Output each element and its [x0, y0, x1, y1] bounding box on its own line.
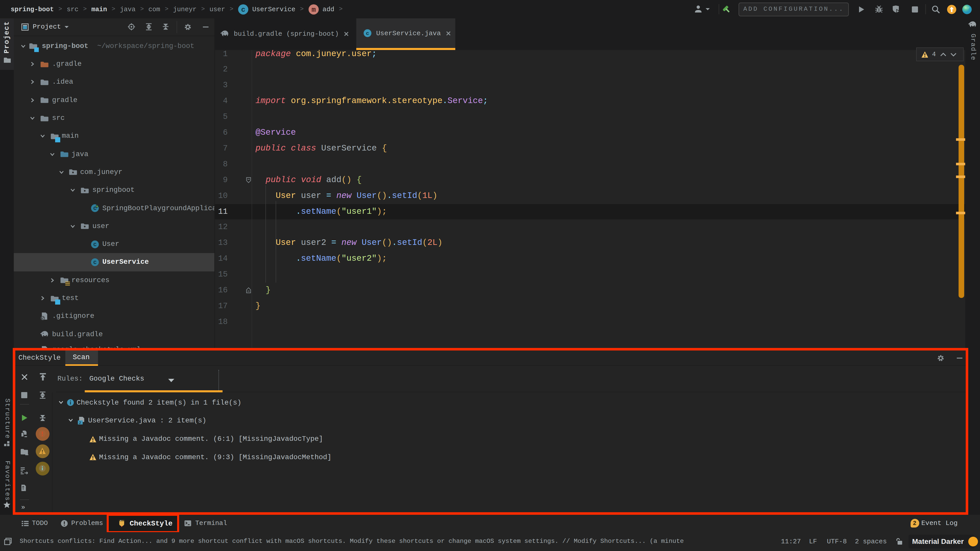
svg-text:C: C	[93, 241, 97, 248]
svg-text:C: C	[93, 260, 97, 265]
svg-text:c: c	[366, 30, 369, 37]
svg-text:m: m	[312, 6, 316, 14]
svg-text:J: J	[78, 421, 80, 425]
svg-text:c: c	[241, 6, 245, 14]
